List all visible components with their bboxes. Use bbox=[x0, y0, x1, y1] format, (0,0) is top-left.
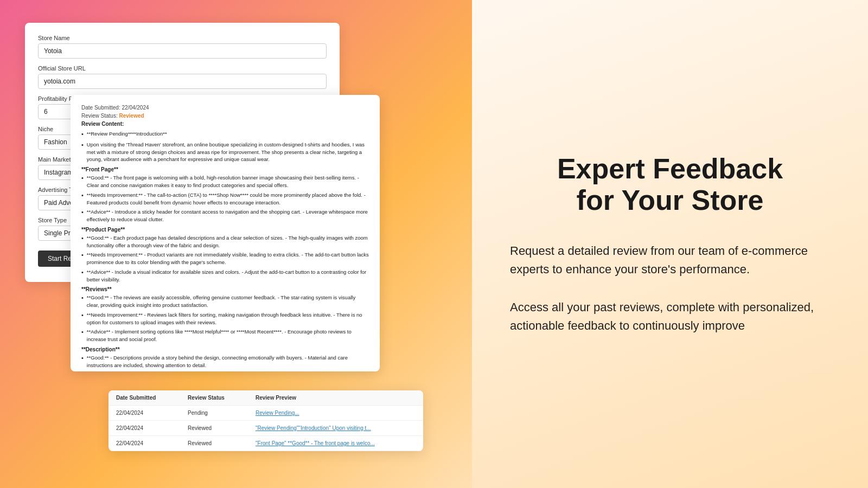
store-name-input[interactable] bbox=[38, 43, 327, 59]
store-name-label: Store Name bbox=[38, 35, 327, 41]
cell-preview[interactable]: Review Pending... bbox=[248, 406, 423, 421]
needs-product: **Needs Improvement:** - Product variant… bbox=[81, 251, 369, 266]
front-page-heading: **Front Page** bbox=[81, 166, 369, 172]
cell-preview[interactable]: "Review Pending""Introduction" Upon visi… bbox=[248, 421, 423, 436]
review-content-label: Review Content: bbox=[81, 121, 369, 127]
cell-date: 22/04/2024 bbox=[108, 421, 180, 436]
hero-title-line2: for Your Store bbox=[577, 184, 764, 216]
store-url-group: Official Store URL bbox=[38, 65, 327, 89]
cell-preview[interactable]: "Front Page" **Good** - The front page i… bbox=[248, 436, 423, 451]
good-front-text: **Good:** - The front page is welcoming … bbox=[87, 174, 369, 189]
review-card: Date Submitted: 22/04/2024 Review Status… bbox=[71, 95, 380, 371]
good-desc: **Good:** - Descriptions provide a story… bbox=[81, 354, 369, 369]
hero-description2: Access all your past reviews, complete w… bbox=[510, 298, 830, 335]
advice-front: **Advice** - Introduce a sticky header f… bbox=[81, 208, 369, 223]
needs-product-text: **Needs Improvement:** - Product variant… bbox=[87, 251, 369, 266]
good-reviews: **Good:** - The reviews are easily acces… bbox=[81, 294, 369, 309]
review-status-line: Review Status: Reviewed bbox=[81, 113, 369, 119]
good-front: **Good:** - The front page is welcoming … bbox=[81, 174, 369, 189]
cell-status: Reviewed bbox=[180, 421, 248, 436]
review-status-label: Review Status: bbox=[81, 113, 118, 119]
advice-reviews: **Advice** - Implement sorting options l… bbox=[81, 328, 369, 343]
col-date: Date Submitted bbox=[108, 390, 180, 406]
hero-title-line1: Expert Feedback bbox=[557, 153, 783, 184]
review-status-value: Reviewed bbox=[119, 113, 144, 119]
table-row: 22/04/2024Reviewed"Front Page" **Good** … bbox=[108, 436, 423, 451]
advice-product-text: **Advice** - Include a visual indicator … bbox=[87, 268, 369, 284]
store-url-input[interactable] bbox=[38, 74, 327, 89]
hero-title: Expert Feedback for Your Store bbox=[510, 153, 830, 216]
store-name-group: Store Name bbox=[38, 35, 327, 59]
intro-heading: **Review Pending****Introduction** bbox=[81, 130, 369, 139]
cell-date: 22/04/2024 bbox=[108, 436, 180, 451]
description-heading: **Description** bbox=[81, 346, 369, 352]
cell-date: 22/04/2024 bbox=[108, 406, 180, 421]
product-page-heading: **Product Page** bbox=[81, 227, 369, 233]
hero-description1: Request a detailed review from our team … bbox=[510, 242, 830, 279]
cell-status: Pending bbox=[180, 406, 248, 421]
col-preview: Review Preview bbox=[248, 390, 423, 406]
good-reviews-text: **Good:** - The reviews are easily acces… bbox=[87, 294, 369, 309]
table-row: 22/04/2024PendingReview Pending... bbox=[108, 406, 423, 421]
right-panel: Expert Feedback for Your Store Request a… bbox=[472, 0, 868, 488]
cell-status: Reviewed bbox=[180, 436, 248, 451]
history-card: Date Submitted Review Status Review Prev… bbox=[108, 390, 423, 451]
good-product: **Good:** - Each product page has detail… bbox=[81, 234, 369, 249]
col-status: Review Status bbox=[180, 390, 248, 406]
needs-reviews-text: **Needs Improvement:** - Reviews lack fi… bbox=[87, 311, 369, 326]
advice-reviews-text: **Advice** - Implement sorting options l… bbox=[87, 328, 369, 343]
good-product-text: **Good:** - Each product page has detail… bbox=[87, 234, 369, 249]
history-table: Date Submitted Review Status Review Prev… bbox=[108, 390, 423, 451]
store-url-label: Official Store URL bbox=[38, 65, 327, 72]
needs-reviews: **Needs Improvement:** - Reviews lack fi… bbox=[81, 311, 369, 326]
needs-front-text: **Needs Improvement:** - The call-to-act… bbox=[87, 191, 369, 207]
table-row: 22/04/2024Reviewed"Review Pending""Intro… bbox=[108, 421, 423, 436]
intro-heading-text: **Review Pending****Introduction** bbox=[87, 130, 167, 138]
reviews-heading: **Reviews** bbox=[81, 286, 369, 292]
intro-bullet-text: Upon visiting the 'Thread Haven' storefr… bbox=[87, 141, 369, 163]
review-date: Date Submitted: 22/04/2024 bbox=[81, 105, 369, 111]
needs-front: **Needs Improvement:** - The call-to-act… bbox=[81, 191, 369, 207]
advice-product: **Advice** - Include a visual indicator … bbox=[81, 268, 369, 284]
good-desc-text: **Good:** - Descriptions provide a story… bbox=[87, 354, 369, 369]
advice-front-text: **Advice** - Introduce a sticky header f… bbox=[87, 208, 369, 223]
intro-bullet: Upon visiting the 'Thread Haven' storefr… bbox=[81, 141, 369, 163]
left-panel: Store Name Official Store URL Profitabil… bbox=[0, 0, 472, 488]
